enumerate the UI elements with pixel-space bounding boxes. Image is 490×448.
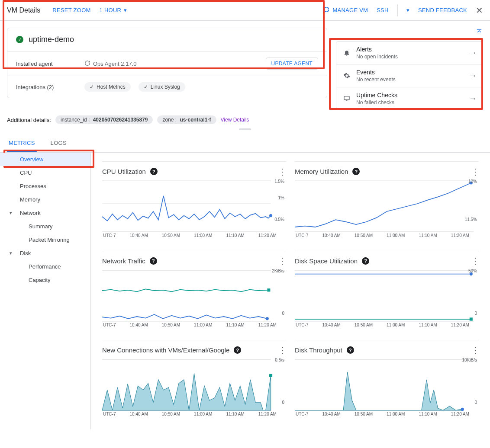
chart-title: New Connections with VMs/External/Google xyxy=(102,346,229,354)
svg-point-5 xyxy=(269,214,272,217)
svg-point-12 xyxy=(266,317,269,320)
alerts-card[interactable]: Alerts No open incidents → xyxy=(336,42,483,64)
close-button[interactable]: ✕ xyxy=(476,5,483,16)
chart-memory: Memory Utilization ? ⋮ 12% 11.5% UTC-710… xyxy=(295,161,479,242)
bell-icon xyxy=(342,49,351,56)
chart-title: Disk Throughput xyxy=(295,346,342,354)
chart-title: Memory Utilization xyxy=(295,168,348,175)
uptime-subtitle: No failed checks xyxy=(356,99,464,106)
gear-icon xyxy=(342,72,351,79)
monitor-icon xyxy=(342,95,351,102)
chart-plot xyxy=(102,180,286,232)
cpu-chip-icon xyxy=(323,6,330,14)
svg-rect-1 xyxy=(344,96,349,100)
uptime-title: Uptime Checks xyxy=(356,92,464,99)
installed-agent-value: Ops Agent 2.17.0 xyxy=(93,61,136,67)
help-icon[interactable]: ? xyxy=(234,346,241,354)
additional-details-label: Additional details: xyxy=(7,117,51,123)
svg-rect-18 xyxy=(470,317,473,320)
svg-rect-0 xyxy=(325,8,328,11)
help-icon[interactable]: ? xyxy=(150,257,157,265)
reset-zoom-button[interactable]: RESET ZOOM xyxy=(52,7,90,13)
chart-plot xyxy=(102,359,286,411)
vm-card: ✓ uptime-demo Installed agent Ops Agent … xyxy=(7,28,327,98)
chart-menu-button[interactable]: ⋮ xyxy=(278,349,286,352)
installed-agent-label: Installed agent xyxy=(16,61,77,67)
chart-menu-button[interactable]: ⋮ xyxy=(278,170,286,173)
arrow-right-icon: → xyxy=(469,71,477,80)
svg-marker-21 xyxy=(102,374,271,410)
chart-menu-button[interactable]: ⋮ xyxy=(278,259,286,262)
events-card[interactable]: Events No recent events → xyxy=(336,64,483,87)
tab-metrics[interactable]: METRICS xyxy=(7,134,37,152)
alerts-title: Alerts xyxy=(356,46,464,53)
chart-title: Network Traffic xyxy=(102,257,145,265)
collapse-panel-button[interactable] xyxy=(475,28,483,38)
chart-connections: New Connections with VMs/External/Google… xyxy=(102,340,286,421)
timerange-label: 1 HOUR xyxy=(100,7,122,13)
svg-rect-22 xyxy=(269,374,272,377)
chevron-down-icon: ▾ xyxy=(124,7,127,13)
help-icon[interactable]: ? xyxy=(362,257,369,265)
sidenav-packet-mirroring[interactable]: Packet Mirroring xyxy=(0,233,90,246)
send-feedback-button[interactable]: SEND FEEDBACK xyxy=(418,7,467,13)
events-subtitle: No recent events xyxy=(356,77,464,83)
vm-name: uptime-demo xyxy=(29,35,74,44)
svg-rect-11 xyxy=(267,288,270,291)
metrics-sidenav: Overview CPU Processes Memory ▾Network S… xyxy=(0,153,91,429)
check-icon: ✓ xyxy=(144,84,148,90)
events-title: Events xyxy=(356,69,464,76)
chart-title: Disk Space Utilization xyxy=(295,257,358,265)
alerts-subtitle: No open incidents xyxy=(356,54,464,60)
chart-disk-space: Disk Space Utilization ? ⋮ 50% 0 UTC-710… xyxy=(295,251,479,332)
tab-logs[interactable]: LOGS xyxy=(49,134,68,152)
chart-plot xyxy=(102,270,286,322)
view-details-link[interactable]: View Details xyxy=(221,117,249,123)
chart-disk-throughput: Disk Throughput ? ⋮ 10KiB/s 0 UTC-710:40… xyxy=(295,340,479,421)
integrations-label: Integrations (2) xyxy=(16,84,77,90)
page-title: VM Details xyxy=(7,6,40,14)
chart-plot xyxy=(295,270,479,322)
update-agent-button[interactable]: UPDATE AGENT xyxy=(266,58,318,70)
uptime-checks-card[interactable]: Uptime Checks No failed checks → xyxy=(336,87,483,110)
arrow-right-icon: → xyxy=(469,94,477,103)
check-icon: ✓ xyxy=(90,84,94,90)
help-icon[interactable]: ? xyxy=(352,168,360,175)
sidenav-disk[interactable]: ▾Disk xyxy=(0,246,90,260)
chevron-down-icon: ▾ xyxy=(10,250,12,256)
help-icon[interactable]: ? xyxy=(150,168,158,175)
help-icon[interactable]: ? xyxy=(347,346,354,354)
svg-marker-25 xyxy=(295,372,464,410)
manage-vm-button[interactable]: MANAGE VM xyxy=(323,6,368,14)
integration-chip-host-metrics[interactable]: ✓ Host Metrics xyxy=(84,82,131,92)
resize-handle[interactable] xyxy=(0,124,490,134)
svg-point-26 xyxy=(461,408,464,411)
chevron-down-icon: ▾ xyxy=(406,7,409,13)
sidenav-disk-performance[interactable]: Performance xyxy=(0,260,90,273)
chevron-down-icon: ▾ xyxy=(10,210,12,216)
sidenav-cpu[interactable]: CPU xyxy=(0,166,90,179)
chart-title: CPU Utilization xyxy=(102,168,146,175)
chart-network-traffic: Network Traffic ? ⋮ 2KiB/s 0 UTC-710:40 … xyxy=(102,251,286,332)
timerange-select[interactable]: 1 HOUR ▾ xyxy=(100,7,127,13)
instance-id-pill: instance_id : 4020507026241335879 xyxy=(55,115,153,124)
chart-plot xyxy=(295,359,479,411)
zone-pill: zone : us-central1-f xyxy=(157,115,216,124)
sidenav-network-summary[interactable]: Summary xyxy=(0,220,90,233)
arrow-right-icon: → xyxy=(469,48,477,58)
chart-plot xyxy=(295,180,479,232)
sidenav-disk-capacity[interactable]: Capacity xyxy=(0,273,90,287)
chart-menu-button[interactable]: ⋮ xyxy=(471,259,479,262)
sidenav-memory[interactable]: Memory xyxy=(0,193,90,206)
chart-menu-button[interactable]: ⋮ xyxy=(471,349,479,352)
status-running-icon: ✓ xyxy=(16,36,23,43)
send-feedback-dropdown[interactable]: ▾ xyxy=(406,7,409,13)
ssh-button[interactable]: SSH xyxy=(377,7,388,13)
integration-chip-linux-syslog[interactable]: ✓ Linux Syslog xyxy=(139,82,185,92)
sidenav-network[interactable]: ▾Network xyxy=(0,206,90,220)
sidenav-processes[interactable]: Processes xyxy=(0,179,90,193)
refresh-icon xyxy=(84,60,90,67)
sidenav-overview[interactable]: Overview xyxy=(0,153,90,166)
chart-cpu: CPU Utilization ? ⋮ 1.5% 1% 0.5% UTC-710… xyxy=(102,161,286,242)
chart-menu-button[interactable]: ⋮ xyxy=(471,170,479,173)
